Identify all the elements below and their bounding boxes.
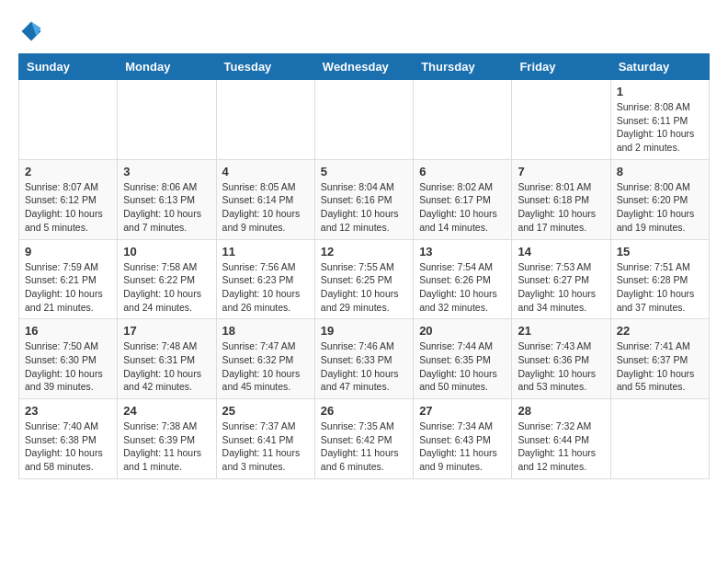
day-info: Sunrise: 7:35 AM Sunset: 6:42 PM Dayligh… <box>321 419 407 474</box>
day-info: Sunrise: 7:32 AM Sunset: 6:44 PM Dayligh… <box>518 419 604 474</box>
day-info: Sunrise: 8:00 AM Sunset: 6:20 PM Dayligh… <box>617 180 703 235</box>
day-cell: 18Sunrise: 7:47 AM Sunset: 6:32 PM Dayli… <box>216 319 314 399</box>
day-number: 11 <box>222 245 309 259</box>
day-number: 27 <box>419 404 506 418</box>
day-cell: 23Sunrise: 7:40 AM Sunset: 6:38 PM Dayli… <box>19 399 118 479</box>
header <box>18 18 710 44</box>
day-cell: 15Sunrise: 7:51 AM Sunset: 6:28 PM Dayli… <box>610 239 709 319</box>
day-info: Sunrise: 7:58 AM Sunset: 6:22 PM Dayligh… <box>123 260 210 315</box>
day-info: Sunrise: 7:53 AM Sunset: 6:27 PM Dayligh… <box>518 260 604 315</box>
day-number: 14 <box>518 245 604 259</box>
day-info: Sunrise: 8:06 AM Sunset: 6:13 PM Dayligh… <box>123 180 210 235</box>
day-info: Sunrise: 7:55 AM Sunset: 6:25 PM Dayligh… <box>321 260 407 315</box>
day-number: 5 <box>321 165 407 178</box>
logo-icon <box>18 18 44 44</box>
day-info: Sunrise: 8:08 AM Sunset: 6:11 PM Dayligh… <box>617 100 703 155</box>
day-number: 18 <box>222 324 309 338</box>
day-number: 2 <box>25 165 111 178</box>
day-cell: 3Sunrise: 8:06 AM Sunset: 6:13 PM Daylig… <box>118 159 216 239</box>
day-info: Sunrise: 8:07 AM Sunset: 6:12 PM Dayligh… <box>25 180 111 235</box>
logo <box>18 18 48 44</box>
day-cell: 12Sunrise: 7:55 AM Sunset: 6:25 PM Dayli… <box>314 239 413 319</box>
day-number: 3 <box>123 165 210 178</box>
day-cell: 21Sunrise: 7:43 AM Sunset: 6:36 PM Dayli… <box>512 319 610 399</box>
header-friday: Friday <box>512 54 610 80</box>
day-cell: 17Sunrise: 7:48 AM Sunset: 6:31 PM Dayli… <box>118 319 216 399</box>
day-info: Sunrise: 7:46 AM Sunset: 6:33 PM Dayligh… <box>321 339 407 394</box>
day-number: 4 <box>222 165 309 178</box>
day-number: 13 <box>419 245 506 259</box>
day-cell: 5Sunrise: 8:04 AM Sunset: 6:16 PM Daylig… <box>314 159 413 239</box>
day-cell: 27Sunrise: 7:34 AM Sunset: 6:43 PM Dayli… <box>414 399 512 479</box>
day-info: Sunrise: 8:01 AM Sunset: 6:18 PM Dayligh… <box>518 180 604 235</box>
day-cell: 26Sunrise: 7:35 AM Sunset: 6:42 PM Dayli… <box>314 399 413 479</box>
day-cell: 4Sunrise: 8:05 AM Sunset: 6:14 PM Daylig… <box>216 159 314 239</box>
header-tuesday: Tuesday <box>216 54 314 80</box>
day-cell <box>314 80 413 160</box>
day-cell: 1Sunrise: 8:08 AM Sunset: 6:11 PM Daylig… <box>610 80 709 160</box>
day-number: 12 <box>321 245 407 259</box>
day-cell: 13Sunrise: 7:54 AM Sunset: 6:26 PM Dayli… <box>414 239 512 319</box>
day-number: 26 <box>321 404 407 418</box>
day-info: Sunrise: 7:37 AM Sunset: 6:41 PM Dayligh… <box>222 419 309 474</box>
day-cell: 7Sunrise: 8:01 AM Sunset: 6:18 PM Daylig… <box>512 159 610 239</box>
day-info: Sunrise: 8:04 AM Sunset: 6:16 PM Dayligh… <box>321 180 407 235</box>
day-cell <box>19 80 118 160</box>
day-cell: 8Sunrise: 8:00 AM Sunset: 6:20 PM Daylig… <box>610 159 709 239</box>
day-cell: 25Sunrise: 7:37 AM Sunset: 6:41 PM Dayli… <box>216 399 314 479</box>
day-number: 8 <box>617 165 703 178</box>
day-cell <box>216 80 314 160</box>
day-cell: 14Sunrise: 7:53 AM Sunset: 6:27 PM Dayli… <box>512 239 610 319</box>
week-row-3: 9Sunrise: 7:59 AM Sunset: 6:21 PM Daylig… <box>19 239 710 319</box>
day-cell: 11Sunrise: 7:56 AM Sunset: 6:23 PM Dayli… <box>216 239 314 319</box>
header-sunday: Sunday <box>19 54 118 80</box>
day-number: 10 <box>123 245 210 259</box>
day-info: Sunrise: 7:44 AM Sunset: 6:35 PM Dayligh… <box>419 339 506 394</box>
day-info: Sunrise: 7:50 AM Sunset: 6:30 PM Dayligh… <box>25 339 111 394</box>
day-info: Sunrise: 8:05 AM Sunset: 6:14 PM Dayligh… <box>222 180 309 235</box>
day-info: Sunrise: 7:48 AM Sunset: 6:31 PM Dayligh… <box>123 339 210 394</box>
header-saturday: Saturday <box>610 54 709 80</box>
day-cell: 24Sunrise: 7:38 AM Sunset: 6:39 PM Dayli… <box>118 399 216 479</box>
day-info: Sunrise: 7:43 AM Sunset: 6:36 PM Dayligh… <box>518 339 604 394</box>
day-cell: 6Sunrise: 8:02 AM Sunset: 6:17 PM Daylig… <box>414 159 512 239</box>
day-cell <box>414 80 512 160</box>
week-row-1: 1Sunrise: 8:08 AM Sunset: 6:11 PM Daylig… <box>19 80 710 160</box>
day-number: 1 <box>617 85 703 98</box>
header-monday: Monday <box>118 54 216 80</box>
day-cell <box>610 399 709 479</box>
day-number: 17 <box>123 324 210 338</box>
calendar-header-row: SundayMondayTuesdayWednesdayThursdayFrid… <box>19 54 710 80</box>
day-number: 6 <box>419 165 506 178</box>
day-number: 24 <box>123 404 210 418</box>
day-info: Sunrise: 7:47 AM Sunset: 6:32 PM Dayligh… <box>222 339 309 394</box>
day-info: Sunrise: 7:41 AM Sunset: 6:37 PM Dayligh… <box>617 339 703 394</box>
day-number: 9 <box>25 245 111 259</box>
day-cell: 16Sunrise: 7:50 AM Sunset: 6:30 PM Dayli… <box>19 319 118 399</box>
week-row-4: 16Sunrise: 7:50 AM Sunset: 6:30 PM Dayli… <box>19 319 710 399</box>
day-info: Sunrise: 7:38 AM Sunset: 6:39 PM Dayligh… <box>123 419 210 474</box>
day-cell: 2Sunrise: 8:07 AM Sunset: 6:12 PM Daylig… <box>19 159 118 239</box>
day-number: 21 <box>518 324 604 338</box>
calendar: SundayMondayTuesdayWednesdayThursdayFrid… <box>18 53 710 479</box>
day-info: Sunrise: 7:59 AM Sunset: 6:21 PM Dayligh… <box>25 260 111 315</box>
day-cell: 20Sunrise: 7:44 AM Sunset: 6:35 PM Dayli… <box>414 319 512 399</box>
day-info: Sunrise: 7:54 AM Sunset: 6:26 PM Dayligh… <box>419 260 506 315</box>
day-number: 25 <box>222 404 309 418</box>
day-cell: 22Sunrise: 7:41 AM Sunset: 6:37 PM Dayli… <box>610 319 709 399</box>
day-info: Sunrise: 7:40 AM Sunset: 6:38 PM Dayligh… <box>25 419 111 474</box>
day-number: 23 <box>25 404 111 418</box>
day-info: Sunrise: 7:56 AM Sunset: 6:23 PM Dayligh… <box>222 260 309 315</box>
day-info: Sunrise: 7:34 AM Sunset: 6:43 PM Dayligh… <box>419 419 506 474</box>
day-cell: 28Sunrise: 7:32 AM Sunset: 6:44 PM Dayli… <box>512 399 610 479</box>
week-row-5: 23Sunrise: 7:40 AM Sunset: 6:38 PM Dayli… <box>19 399 710 479</box>
day-number: 20 <box>419 324 506 338</box>
day-number: 22 <box>617 324 703 338</box>
day-cell <box>118 80 216 160</box>
day-number: 16 <box>25 324 111 338</box>
header-wednesday: Wednesday <box>314 54 413 80</box>
day-info: Sunrise: 8:02 AM Sunset: 6:17 PM Dayligh… <box>419 180 506 235</box>
day-number: 28 <box>518 404 604 418</box>
header-thursday: Thursday <box>414 54 512 80</box>
day-cell <box>512 80 610 160</box>
